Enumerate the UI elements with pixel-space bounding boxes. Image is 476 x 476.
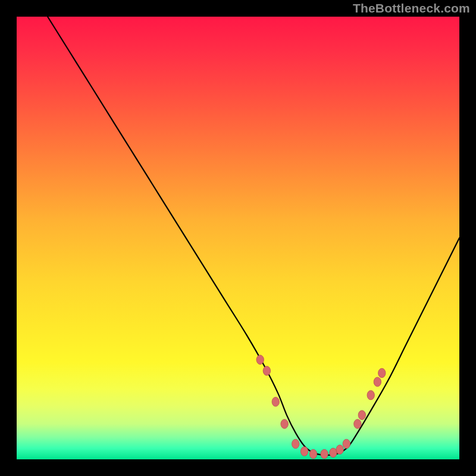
curve-marker [378, 368, 386, 378]
bottleneck-curve [48, 17, 459, 455]
curve-marker [367, 390, 374, 400]
curve-marker [343, 439, 350, 449]
curve-marker [292, 439, 299, 449]
curve-marker [309, 449, 317, 459]
curve-marker [263, 366, 270, 375]
watermark-text: TheBottleneck.com [353, 1, 470, 15]
curve-marker [330, 448, 337, 458]
curve-marker [272, 397, 279, 406]
curve-marker [281, 419, 288, 429]
curve-marker [336, 445, 343, 455]
chart-stage: TheBottleneck.com [0, 0, 476, 476]
curve-marker [354, 419, 361, 429]
curve-marker [358, 411, 365, 420]
curve-marker [300, 447, 308, 456]
curve-marker [321, 449, 328, 459]
curve-marker [374, 377, 381, 387]
chart-plot-area [17, 17, 459, 459]
chart-svg [17, 17, 459, 459]
curve-marker [256, 355, 264, 365]
